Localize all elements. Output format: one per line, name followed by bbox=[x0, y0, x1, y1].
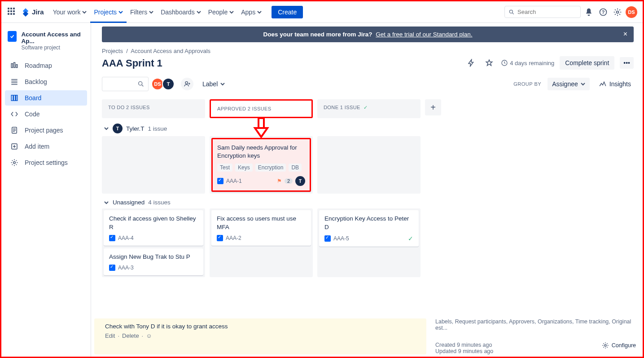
nav-item-people[interactable]: People bbox=[205, 1, 238, 23]
column-cell[interactable]: Encryption Key Access to Peter DAAA-5✓ bbox=[317, 208, 421, 277]
issue-card[interactable]: Assign New Bug Trak to Stu PAAA-3 bbox=[104, 248, 203, 275]
global-search[interactable] bbox=[504, 6, 581, 18]
groupby-label: GROUP BY bbox=[513, 81, 541, 87]
column-header[interactable]: TO DO 2 ISSUES bbox=[102, 99, 205, 118]
jira-logo-icon bbox=[21, 8, 30, 17]
done-check-icon: ✓ bbox=[408, 235, 413, 242]
more-actions-button[interactable]: ••• bbox=[620, 57, 634, 69]
detail-created: Created 9 minutes ago bbox=[435, 342, 493, 348]
issue-card[interactable]: Fix access so users must use MFAAAA-2 bbox=[211, 210, 311, 245]
jira-logo[interactable]: Jira bbox=[21, 8, 44, 17]
card-title: Check if access given to Shelley R bbox=[109, 215, 198, 231]
swimlane-header[interactable]: Unassigned4 issues bbox=[104, 199, 634, 206]
column-cell[interactable] bbox=[317, 136, 421, 194]
avatar-t[interactable]: T bbox=[162, 78, 175, 90]
title-actions: 4 days remaining Complete sprint ••• bbox=[465, 56, 634, 70]
issue-key[interactable]: AAA-2 bbox=[226, 235, 241, 241]
sidebar-item-code[interactable]: Code bbox=[5, 106, 87, 122]
page-icon bbox=[10, 126, 18, 134]
svg-rect-6 bbox=[11, 95, 13, 101]
board-search[interactable] bbox=[102, 77, 149, 91]
card-label[interactable]: DB bbox=[289, 164, 302, 172]
add-people-button[interactable] bbox=[181, 78, 193, 90]
user-avatar[interactable]: DS bbox=[626, 6, 637, 18]
comment-edit[interactable]: Edit bbox=[105, 332, 115, 339]
svg-line-14 bbox=[142, 85, 143, 86]
search-icon bbox=[508, 9, 515, 16]
svg-point-17 bbox=[605, 345, 606, 346]
sidebar-item-backlog[interactable]: Backlog bbox=[5, 74, 87, 89]
issue-key[interactable]: AAA-5 bbox=[333, 235, 349, 242]
chevron-down-icon bbox=[257, 10, 262, 14]
issue-key[interactable]: AAA-3 bbox=[118, 265, 134, 271]
top-nav: Jira Your workProjectsFiltersDashboardsP… bbox=[1, 1, 643, 23]
nav-item-projects[interactable]: Projects bbox=[90, 1, 127, 23]
assignee-filter-avatars: DS T bbox=[153, 78, 175, 90]
settings-icon[interactable] bbox=[611, 6, 624, 18]
sidebar-item-roadmap[interactable]: Roadmap bbox=[5, 58, 87, 73]
settings-icon bbox=[10, 159, 18, 167]
search-input[interactable] bbox=[517, 8, 577, 16]
svg-rect-16 bbox=[258, 118, 264, 128]
svg-rect-7 bbox=[14, 95, 16, 101]
label-filter[interactable]: Label bbox=[202, 80, 225, 88]
flag-icon: ⚑ bbox=[277, 178, 282, 184]
create-button[interactable]: Create bbox=[272, 6, 303, 18]
card-label[interactable]: Keys bbox=[235, 164, 253, 172]
add-column-button[interactable]: + bbox=[425, 99, 441, 115]
sidebar-item-board[interactable]: Board bbox=[5, 90, 87, 106]
column-cell[interactable]: Check if access given to Shelley RAAA-4A… bbox=[102, 208, 205, 277]
search-icon bbox=[137, 80, 145, 88]
detail-fields-hint: Labels, Request participants, Approvers,… bbox=[435, 318, 636, 331]
breadcrumb-project[interactable]: Account Access and Approvals bbox=[131, 48, 210, 54]
issue-card[interactable]: Encryption Key Access to Peter DAAA-5✓ bbox=[319, 210, 419, 246]
issue-card[interactable]: Check if access given to Shelley RAAA-4 bbox=[104, 210, 203, 245]
star-icon[interactable] bbox=[483, 57, 495, 69]
groupby-select[interactable]: Assignee bbox=[548, 78, 590, 90]
app-switcher-icon[interactable] bbox=[7, 7, 18, 18]
nav-item-dashboards[interactable]: Dashboards bbox=[157, 1, 205, 23]
sidebar-item-project-pages[interactable]: Project pages bbox=[5, 123, 87, 138]
banner-link[interactable]: Get a free trial of our Standard plan. bbox=[376, 31, 472, 38]
insights-button[interactable]: Insights bbox=[596, 80, 634, 88]
sprint-title: AAA Sprint 1 bbox=[102, 57, 162, 69]
column-header[interactable]: APPROVED 2 ISSUES bbox=[210, 99, 313, 118]
insights-icon bbox=[599, 80, 607, 88]
complete-sprint-button[interactable]: Complete sprint bbox=[560, 56, 614, 70]
card-label[interactable]: Test bbox=[217, 164, 232, 172]
help-icon[interactable]: ? bbox=[597, 6, 609, 18]
chevron-down-icon bbox=[581, 82, 585, 86]
card-title: Fix access so users must use MFA bbox=[217, 215, 306, 231]
card-title: Sam Daily needs Approval for Encryption … bbox=[217, 144, 305, 160]
project-name: Account Access and Ap... bbox=[21, 31, 84, 44]
column-cell[interactable] bbox=[102, 136, 205, 194]
assignee-avatar[interactable]: T bbox=[295, 176, 305, 186]
notifications-icon[interactable] bbox=[583, 6, 595, 18]
svg-rect-5 bbox=[9, 33, 15, 40]
main-content: Does your team need more from Jira? Get … bbox=[91, 23, 643, 357]
column-header[interactable]: DONE 1 ISSUE ✓ bbox=[317, 99, 421, 118]
issue-key[interactable]: AAA-4 bbox=[118, 235, 134, 241]
nav-item-your-work[interactable]: Your work bbox=[49, 1, 91, 23]
comment-emoji-icon[interactable]: ☺ bbox=[146, 332, 152, 339]
comment-box: Check with Tony D if it is okay to grant… bbox=[94, 318, 426, 354]
automation-icon[interactable] bbox=[465, 57, 478, 69]
column-cell[interactable]: Sam Daily needs Approval for Encryption … bbox=[210, 136, 313, 194]
column-cell[interactable]: Fix access so users must use MFAAAA-2 bbox=[210, 208, 313, 277]
comment-delete[interactable]: Delete bbox=[122, 332, 139, 339]
breadcrumb-root[interactable]: Projects bbox=[102, 48, 123, 54]
card-title: Encryption Key Access to Peter D bbox=[324, 215, 413, 231]
configure-button[interactable]: Configure bbox=[602, 342, 636, 349]
swimlane-header[interactable]: TTyler.T1 issue bbox=[104, 124, 634, 133]
nav-item-filters[interactable]: Filters bbox=[127, 1, 157, 23]
card-label[interactable]: Encryption bbox=[255, 164, 286, 172]
nav-item-apps[interactable]: Apps bbox=[237, 1, 265, 23]
chevron-down-icon bbox=[220, 82, 225, 86]
issue-card[interactable]: Sam Daily needs Approval for Encryption … bbox=[211, 138, 311, 192]
project-sidebar: Account Access and Ap... Software projec… bbox=[1, 23, 91, 357]
project-header[interactable]: Account Access and Ap... Software projec… bbox=[3, 28, 89, 57]
issue-key[interactable]: AAA-1 bbox=[226, 178, 242, 184]
sidebar-item-project-settings[interactable]: Project settings bbox=[5, 155, 87, 170]
sidebar-item-add-item[interactable]: Add item bbox=[5, 139, 87, 154]
banner-close-icon[interactable]: × bbox=[623, 30, 627, 38]
